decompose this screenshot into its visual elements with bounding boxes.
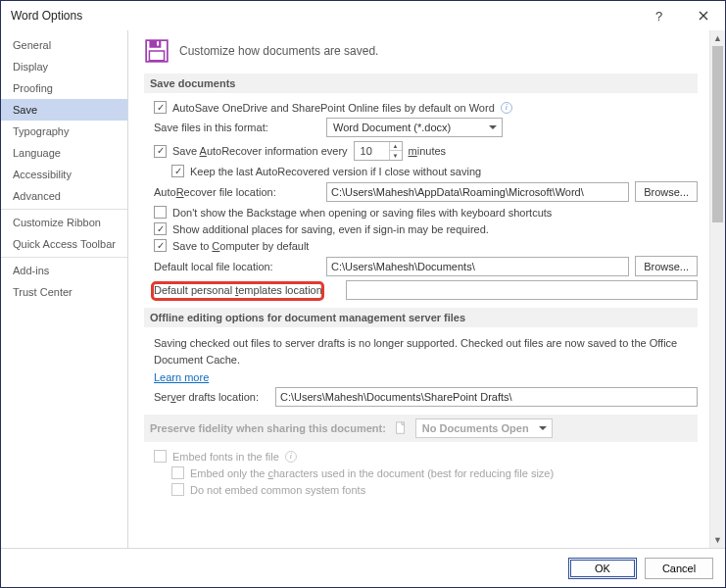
close-icon	[699, 11, 708, 21]
embed-subset-label: Embed only the characters used in the do…	[171, 466, 554, 479]
keep-last-checkbox[interactable]	[171, 165, 184, 177]
scroll-thumb[interactable]	[712, 46, 723, 222]
info-icon[interactable]: i	[285, 451, 297, 463]
sidebar-item-general[interactable]: General	[1, 34, 127, 56]
section-offline: Offline editing options for document man…	[144, 308, 698, 327]
templates-input[interactable]	[346, 280, 698, 300]
opt-keep-last: Keep the last AutoRecovered version if I…	[171, 165, 698, 177]
page-header: Customize how documents are saved.	[144, 38, 698, 64]
opt-templates-loc: Default personal templates location:	[154, 280, 698, 300]
close-button[interactable]	[681, 1, 725, 30]
sidebar-item-advanced[interactable]: Advanced	[1, 185, 127, 207]
svg-rect-2	[157, 41, 159, 45]
embed-fonts-label[interactable]: Embed fonts in the file i	[154, 450, 297, 463]
ar-location-input[interactable]: C:\Users\Mahesh\AppData\Roaming\Microsof…	[326, 182, 629, 202]
ar-location-label: AutoRecover file location:	[154, 186, 320, 198]
no-common-checkbox	[171, 483, 184, 496]
save-computer-checkbox[interactable]	[154, 239, 167, 252]
fidelity-doc-combo[interactable]: No Documents Open	[415, 418, 553, 438]
format-label: Save files in this format:	[154, 122, 320, 133]
learn-more-link[interactable]: Learn more	[154, 371, 209, 383]
autosave-label[interactable]: AutoSave OneDrive and SharePoint Online …	[154, 101, 512, 114]
spinner-up[interactable]: ▲	[389, 142, 402, 151]
opt-save-format: Save files in this format: Word Document…	[154, 118, 698, 137]
cancel-button[interactable]: Cancel	[645, 558, 713, 579]
opt-dont-backstage: Don't show the Backstage when opening or…	[154, 206, 698, 219]
sidebar-item-accessibility[interactable]: Accessibility	[1, 164, 127, 185]
sidebar-item-customize-ribbon[interactable]: Customize Ribbon	[1, 212, 127, 233]
section-save-documents: Save documents	[144, 74, 698, 93]
opt-drafts-loc: Server drafts location: C:\Users\Mahesh\…	[154, 387, 698, 407]
svg-rect-1	[149, 40, 161, 48]
autorecover-checkbox[interactable]	[154, 145, 167, 158]
opt-autosave: AutoSave OneDrive and SharePoint Online …	[154, 101, 698, 114]
save-computer-label[interactable]: Save to Computer by default	[154, 239, 309, 252]
scroll-up-arrow[interactable]: ▲	[710, 30, 725, 46]
opt-embed-fonts: Embed fonts in the file i	[154, 450, 698, 463]
section-fidelity: Preserve fidelity when sharing this docu…	[144, 415, 698, 496]
opt-save-computer: Save to Computer by default	[154, 239, 698, 252]
word-options-window: Word Options ? General Display Proofing …	[0, 0, 726, 588]
autorecover-minutes-spinner[interactable]: 10 ▲ ▼	[354, 141, 403, 161]
drafts-input[interactable]: C:\Users\Mahesh\Documents\SharePoint Dra…	[275, 387, 698, 407]
sidebar-item-typography[interactable]: Typography	[1, 121, 127, 142]
sidebar-divider	[1, 257, 127, 258]
fidelity-title-row: Preserve fidelity when sharing this docu…	[144, 415, 698, 442]
sidebar: General Display Proofing Save Typography…	[1, 30, 128, 548]
sidebar-item-save[interactable]: Save	[1, 99, 127, 121]
dialog-body: General Display Proofing Save Typography…	[1, 30, 725, 548]
opt-embed-subset: Embed only the characters used in the do…	[171, 466, 698, 479]
svg-rect-3	[149, 51, 164, 61]
info-icon[interactable]: i	[501, 102, 512, 114]
default-local-label: Default local file location:	[154, 261, 320, 272]
embed-subset-checkbox	[171, 466, 184, 479]
dialog-footer: OK Cancel	[1, 548, 725, 587]
additional-places-label[interactable]: Show additional places for saving, even …	[154, 222, 489, 235]
dont-backstage-checkbox[interactable]	[154, 206, 167, 219]
opt-additional-places: Show additional places for saving, even …	[154, 222, 698, 235]
titlebar: Word Options ?	[1, 1, 725, 30]
sidebar-divider	[1, 209, 127, 210]
window-title: Word Options	[11, 9, 637, 23]
page-subtitle: Customize how documents are saved.	[179, 44, 378, 58]
format-combo[interactable]: Word Document (*.docx)	[326, 118, 503, 137]
no-common-label: Do not embed common system fonts	[171, 483, 365, 496]
browse-local-button[interactable]: Browse...	[635, 256, 698, 276]
default-local-input[interactable]: C:\Users\Mahesh\Documents\	[326, 257, 629, 276]
keep-last-label[interactable]: Keep the last AutoRecovered version if I…	[171, 165, 481, 177]
sidebar-item-language[interactable]: Language	[1, 142, 127, 164]
ok-button[interactable]: OK	[568, 558, 637, 579]
main-panel: Customize how documents are saved. Save …	[128, 30, 725, 548]
opt-default-local: Default local file location: C:\Users\Ma…	[154, 256, 698, 276]
offline-learn-more: Learn more	[154, 371, 698, 383]
additional-places-checkbox[interactable]	[154, 222, 167, 235]
templates-label: Default personal templates location:	[154, 284, 340, 296]
opt-autorecover: Save AutoRecover information every 10 ▲ …	[154, 141, 698, 161]
document-icon	[394, 421, 408, 435]
sidebar-item-qat[interactable]: Quick Access Toolbar	[1, 233, 127, 255]
autorecover-label[interactable]: Save AutoRecover information every	[154, 145, 348, 158]
autosave-checkbox[interactable]	[154, 101, 167, 114]
scroll-track[interactable]	[710, 46, 725, 532]
offline-para: Saving checked out files to server draft…	[154, 335, 698, 368]
vertical-scrollbar[interactable]: ▲ ▼	[709, 30, 725, 548]
opt-no-common: Do not embed common system fonts	[171, 483, 698, 496]
sidebar-item-display[interactable]: Display	[1, 56, 127, 77]
embed-fonts-checkbox[interactable]	[154, 450, 167, 463]
browse-ar-button[interactable]: Browse...	[635, 181, 698, 202]
help-button[interactable]: ?	[637, 1, 681, 30]
spinner-down[interactable]: ▼	[389, 151, 402, 160]
opt-ar-location: AutoRecover file location: C:\Users\Mahe…	[154, 181, 698, 202]
sidebar-item-trust-center[interactable]: Trust Center	[1, 281, 127, 303]
save-page-icon	[144, 38, 169, 64]
sidebar-item-addins[interactable]: Add-ins	[1, 260, 127, 281]
scroll-down-arrow[interactable]: ▼	[710, 532, 725, 548]
drafts-label: Server drafts location:	[154, 391, 269, 403]
sidebar-item-proofing[interactable]: Proofing	[1, 77, 127, 99]
dont-backstage-label[interactable]: Don't show the Backstage when opening or…	[154, 206, 552, 219]
scroll-area: Customize how documents are saved. Save …	[128, 30, 709, 548]
